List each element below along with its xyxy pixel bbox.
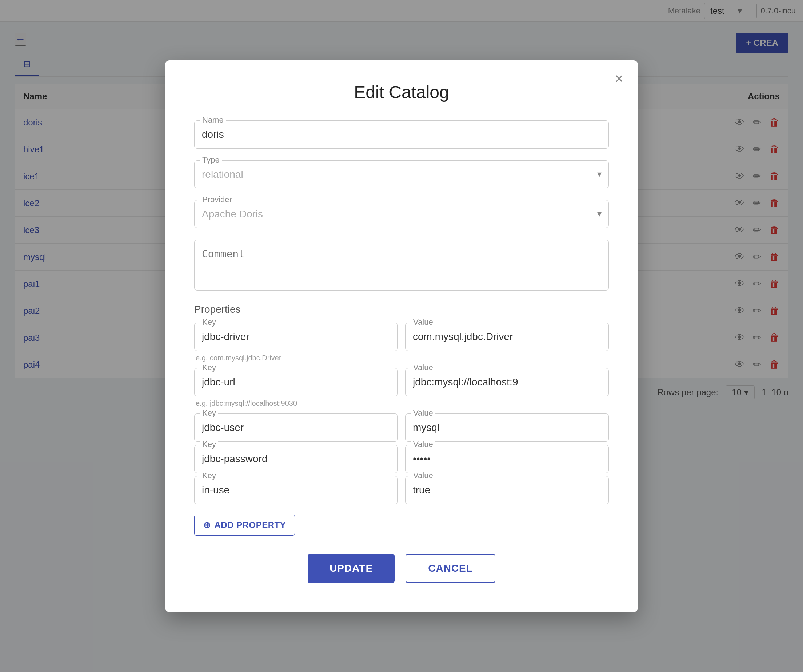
property-value-field-1: Value [405,368,609,396]
modal-close-button[interactable]: × [615,71,623,86]
provider-select[interactable]: Apache Doris [194,200,609,228]
provider-field: Provider Apache Doris ▾ [194,200,609,228]
property-value-label-0: Value [411,317,435,327]
properties-container: Key Value e.g. com.mysql.jdbc.Driver Key… [194,323,609,504]
property-value-field-4: Value [405,476,609,504]
properties-title: Properties [194,304,609,315]
type-field: Type relational ▾ [194,161,609,188]
property-value-input-3[interactable] [405,445,609,473]
modal-overlay: × Edit Catalog Name Type relational ▾ Pr… [0,0,803,672]
property-row-1: Key Value [194,368,609,396]
property-group-3: Key Value [194,445,609,473]
property-row-4: Key Value [194,476,609,504]
add-property-label: ADD PROPERTY [215,520,286,530]
property-value-label-3: Value [411,440,435,449]
cancel-button[interactable]: CANCEL [405,554,495,583]
property-hint-1: e.g. jdbc:mysql://localhost:9030 [196,399,609,407]
property-row-2: Key Value [194,414,609,442]
property-value-label-4: Value [411,471,435,480]
property-key-input-0[interactable] [194,323,398,351]
property-value-field-3: Value [405,445,609,473]
property-group-0: Key Value e.g. com.mysql.jdbc.Driver [194,323,609,362]
type-label: Type [200,155,222,165]
property-value-label-2: Value [411,408,435,418]
property-row-0: Key Value [194,323,609,351]
property-key-label-1: Key [200,363,218,372]
property-group-4: Key Value [194,476,609,504]
property-key-input-3[interactable] [194,445,398,473]
plus-circle-icon: ⊕ [203,520,211,530]
property-key-field-2: Key [194,414,398,442]
provider-label: Provider [200,195,234,205]
add-property-button[interactable]: ⊕ ADD PROPERTY [194,515,295,536]
modal-footer: UPDATE CANCEL [194,554,609,583]
type-select-wrapper: relational ▾ [194,161,609,188]
properties-section: Properties Key Value e.g. com.mysql.jdbc… [194,304,609,536]
property-group-1: Key Value e.g. jdbc:mysql://localhost:90… [194,368,609,407]
comment-field [194,240,609,292]
property-key-label-0: Key [200,317,218,327]
property-key-input-4[interactable] [194,476,398,504]
property-value-input-1[interactable] [405,368,609,396]
property-key-field-4: Key [194,476,398,504]
property-key-field-3: Key [194,445,398,473]
property-row-3: Key Value [194,445,609,473]
name-field: Name [194,120,609,149]
provider-select-wrapper: Apache Doris ▾ [194,200,609,228]
property-key-input-2[interactable] [194,414,398,442]
property-key-field-0: Key [194,323,398,351]
property-value-field-2: Value [405,414,609,442]
modal-title: Edit Catalog [194,82,609,102]
property-key-label-4: Key [200,471,218,480]
property-hint-0: e.g. com.mysql.jdbc.Driver [196,354,609,362]
property-value-input-0[interactable] [405,323,609,351]
property-value-field-0: Value [405,323,609,351]
update-button[interactable]: UPDATE [308,554,395,583]
property-key-label-3: Key [200,440,218,449]
type-select[interactable]: relational [194,161,609,188]
edit-catalog-modal: × Edit Catalog Name Type relational ▾ Pr… [165,60,638,612]
property-value-input-4[interactable] [405,476,609,504]
cancel-label: CANCEL [428,563,473,574]
update-label: UPDATE [330,563,373,574]
property-key-field-1: Key [194,368,398,396]
name-input[interactable] [194,120,609,149]
property-key-input-1[interactable] [194,368,398,396]
property-group-2: Key Value [194,414,609,442]
property-value-input-2[interactable] [405,414,609,442]
close-icon: × [615,71,623,86]
name-label: Name [200,115,226,125]
comment-input[interactable] [194,240,609,291]
property-key-label-2: Key [200,408,218,418]
property-value-label-1: Value [411,363,435,372]
